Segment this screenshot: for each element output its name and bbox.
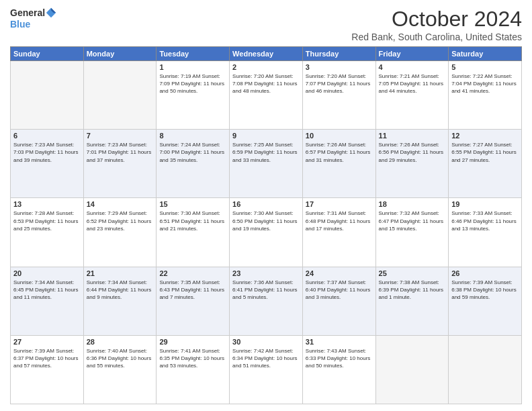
day-number: 7 bbox=[87, 132, 154, 140]
day-info: Sunrise: 7:27 AM Sunset: 6:55 PM Dayligh… bbox=[451, 141, 519, 164]
day-number: 5 bbox=[451, 63, 519, 71]
calendar-cell: 16Sunrise: 7:30 AM Sunset: 6:50 PM Dayli… bbox=[230, 198, 303, 267]
day-info: Sunrise: 7:28 AM Sunset: 6:53 PM Dayligh… bbox=[13, 210, 81, 232]
calendar-header-row: SundayMondayTuesdayWednesdayThursdayFrid… bbox=[11, 47, 522, 61]
calendar-cell: 22Sunrise: 7:35 AM Sunset: 6:43 PM Dayli… bbox=[157, 267, 230, 335]
day-number: 24 bbox=[306, 269, 373, 277]
day-number: 3 bbox=[306, 63, 373, 71]
calendar-week-row: 20Sunrise: 7:34 AM Sunset: 6:45 PM Dayli… bbox=[11, 267, 522, 335]
day-number: 6 bbox=[13, 132, 81, 140]
day-info: Sunrise: 7:39 AM Sunset: 6:38 PM Dayligh… bbox=[451, 279, 519, 302]
day-number: 16 bbox=[232, 200, 300, 208]
calendar-cell: 24Sunrise: 7:37 AM Sunset: 6:40 PM Dayli… bbox=[302, 267, 375, 335]
day-info: Sunrise: 7:34 AM Sunset: 6:45 PM Dayligh… bbox=[13, 279, 81, 302]
month-title: October 2024 bbox=[351, 7, 522, 32]
day-number: 15 bbox=[159, 200, 226, 208]
header: General Blue October 2024 Red Bank, Sout… bbox=[10, 7, 522, 42]
calendar-cell: 18Sunrise: 7:32 AM Sunset: 6:47 PM Dayli… bbox=[375, 198, 449, 267]
day-info: Sunrise: 7:22 AM Sunset: 7:04 PM Dayligh… bbox=[451, 73, 519, 95]
calendar-cell: 1Sunrise: 7:19 AM Sunset: 7:09 PM Daylig… bbox=[157, 61, 230, 130]
day-info: Sunrise: 7:31 AM Sunset: 6:48 PM Dayligh… bbox=[306, 210, 373, 232]
calendar-header-saturday: Saturday bbox=[449, 47, 522, 61]
day-info: Sunrise: 7:42 AM Sunset: 6:34 PM Dayligh… bbox=[232, 347, 300, 370]
calendar-cell bbox=[11, 61, 84, 130]
calendar-header-friday: Friday bbox=[375, 47, 449, 61]
day-info: Sunrise: 7:43 AM Sunset: 6:33 PM Dayligh… bbox=[306, 347, 373, 370]
day-number: 8 bbox=[159, 132, 226, 140]
calendar-cell: 15Sunrise: 7:30 AM Sunset: 6:51 PM Dayli… bbox=[157, 198, 230, 267]
calendar-cell: 8Sunrise: 7:24 AM Sunset: 7:00 PM Daylig… bbox=[157, 130, 230, 198]
day-number: 10 bbox=[306, 132, 373, 140]
day-number: 17 bbox=[306, 200, 373, 208]
day-number: 1 bbox=[159, 63, 226, 71]
day-info: Sunrise: 7:20 AM Sunset: 7:08 PM Dayligh… bbox=[232, 73, 300, 95]
day-info: Sunrise: 7:25 AM Sunset: 6:59 PM Dayligh… bbox=[232, 141, 300, 164]
day-number: 14 bbox=[87, 200, 154, 208]
calendar-cell: 2Sunrise: 7:20 AM Sunset: 7:08 PM Daylig… bbox=[230, 61, 303, 130]
day-info: Sunrise: 7:26 AM Sunset: 6:57 PM Dayligh… bbox=[306, 141, 373, 164]
day-info: Sunrise: 7:33 AM Sunset: 6:46 PM Dayligh… bbox=[451, 210, 519, 232]
calendar-week-row: 1Sunrise: 7:19 AM Sunset: 7:09 PM Daylig… bbox=[11, 61, 522, 130]
day-info: Sunrise: 7:24 AM Sunset: 7:00 PM Dayligh… bbox=[159, 141, 226, 164]
calendar-week-row: 27Sunrise: 7:39 AM Sunset: 6:37 PM Dayli… bbox=[11, 335, 522, 404]
day-number: 12 bbox=[451, 132, 519, 140]
calendar-cell: 17Sunrise: 7:31 AM Sunset: 6:48 PM Dayli… bbox=[302, 198, 375, 267]
calendar-cell: 11Sunrise: 7:26 AM Sunset: 6:56 PM Dayli… bbox=[375, 130, 449, 198]
day-number: 28 bbox=[87, 338, 154, 346]
calendar-cell: 3Sunrise: 7:20 AM Sunset: 7:07 PM Daylig… bbox=[302, 61, 375, 130]
calendar-cell: 23Sunrise: 7:36 AM Sunset: 6:41 PM Dayli… bbox=[230, 267, 303, 335]
page: General Blue October 2024 Red Bank, Sout… bbox=[0, 0, 532, 411]
day-info: Sunrise: 7:38 AM Sunset: 6:39 PM Dayligh… bbox=[379, 279, 446, 302]
day-info: Sunrise: 7:37 AM Sunset: 6:40 PM Dayligh… bbox=[306, 279, 373, 302]
day-number: 27 bbox=[13, 338, 81, 346]
calendar-cell: 27Sunrise: 7:39 AM Sunset: 6:37 PM Dayli… bbox=[11, 335, 84, 404]
day-info: Sunrise: 7:39 AM Sunset: 6:37 PM Dayligh… bbox=[13, 347, 81, 370]
title-block: October 2024 Red Bank, South Carolina, U… bbox=[351, 7, 522, 42]
day-info: Sunrise: 7:23 AM Sunset: 7:01 PM Dayligh… bbox=[87, 141, 154, 164]
calendar-header-sunday: Sunday bbox=[11, 47, 84, 61]
day-number: 22 bbox=[159, 269, 226, 277]
day-info: Sunrise: 7:29 AM Sunset: 6:52 PM Dayligh… bbox=[87, 210, 154, 232]
day-info: Sunrise: 7:35 AM Sunset: 6:43 PM Dayligh… bbox=[159, 279, 226, 302]
day-info: Sunrise: 7:30 AM Sunset: 6:50 PM Dayligh… bbox=[232, 210, 300, 232]
day-info: Sunrise: 7:19 AM Sunset: 7:09 PM Dayligh… bbox=[159, 73, 226, 95]
day-info: Sunrise: 7:26 AM Sunset: 6:56 PM Dayligh… bbox=[379, 141, 446, 164]
calendar-cell: 6Sunrise: 7:23 AM Sunset: 7:03 PM Daylig… bbox=[11, 130, 84, 198]
day-number: 9 bbox=[232, 132, 300, 140]
day-number: 20 bbox=[13, 269, 81, 277]
day-number: 18 bbox=[379, 200, 446, 208]
calendar-cell: 25Sunrise: 7:38 AM Sunset: 6:39 PM Dayli… bbox=[375, 267, 449, 335]
calendar-cell: 29Sunrise: 7:41 AM Sunset: 6:35 PM Dayli… bbox=[157, 335, 230, 404]
day-number: 2 bbox=[232, 63, 300, 71]
day-number: 31 bbox=[306, 338, 373, 346]
day-info: Sunrise: 7:21 AM Sunset: 7:05 PM Dayligh… bbox=[379, 73, 446, 95]
calendar-cell bbox=[375, 335, 449, 404]
day-number: 25 bbox=[379, 269, 446, 277]
day-number: 13 bbox=[13, 200, 81, 208]
calendar-cell: 9Sunrise: 7:25 AM Sunset: 6:59 PM Daylig… bbox=[230, 130, 303, 198]
calendar-cell: 31Sunrise: 7:43 AM Sunset: 6:33 PM Dayli… bbox=[302, 335, 375, 404]
calendar-cell: 14Sunrise: 7:29 AM Sunset: 6:52 PM Dayli… bbox=[83, 198, 157, 267]
calendar-cell: 13Sunrise: 7:28 AM Sunset: 6:53 PM Dayli… bbox=[11, 198, 84, 267]
calendar-cell bbox=[449, 335, 522, 404]
calendar-cell: 26Sunrise: 7:39 AM Sunset: 6:38 PM Dayli… bbox=[449, 267, 522, 335]
calendar-body: 1Sunrise: 7:19 AM Sunset: 7:09 PM Daylig… bbox=[11, 61, 522, 404]
day-number: 19 bbox=[451, 200, 519, 208]
calendar-week-row: 6Sunrise: 7:23 AM Sunset: 7:03 PM Daylig… bbox=[11, 130, 522, 198]
calendar-cell: 7Sunrise: 7:23 AM Sunset: 7:01 PM Daylig… bbox=[83, 130, 157, 198]
calendar-cell: 5Sunrise: 7:22 AM Sunset: 7:04 PM Daylig… bbox=[449, 61, 522, 130]
logo: General Blue bbox=[10, 7, 57, 30]
calendar-header-wednesday: Wednesday bbox=[230, 47, 303, 61]
day-number: 29 bbox=[159, 338, 226, 346]
calendar-cell: 12Sunrise: 7:27 AM Sunset: 6:55 PM Dayli… bbox=[449, 130, 522, 198]
calendar-cell bbox=[83, 61, 157, 130]
day-info: Sunrise: 7:41 AM Sunset: 6:35 PM Dayligh… bbox=[159, 347, 226, 370]
day-number: 4 bbox=[379, 63, 446, 71]
day-number: 23 bbox=[232, 269, 300, 277]
calendar: SundayMondayTuesdayWednesdayThursdayFrid… bbox=[10, 46, 522, 404]
calendar-cell: 20Sunrise: 7:34 AM Sunset: 6:45 PM Dayli… bbox=[11, 267, 84, 335]
calendar-cell: 21Sunrise: 7:34 AM Sunset: 6:44 PM Dayli… bbox=[83, 267, 157, 335]
calendar-header-thursday: Thursday bbox=[302, 47, 375, 61]
day-number: 11 bbox=[379, 132, 446, 140]
calendar-cell: 19Sunrise: 7:33 AM Sunset: 6:46 PM Dayli… bbox=[449, 198, 522, 267]
